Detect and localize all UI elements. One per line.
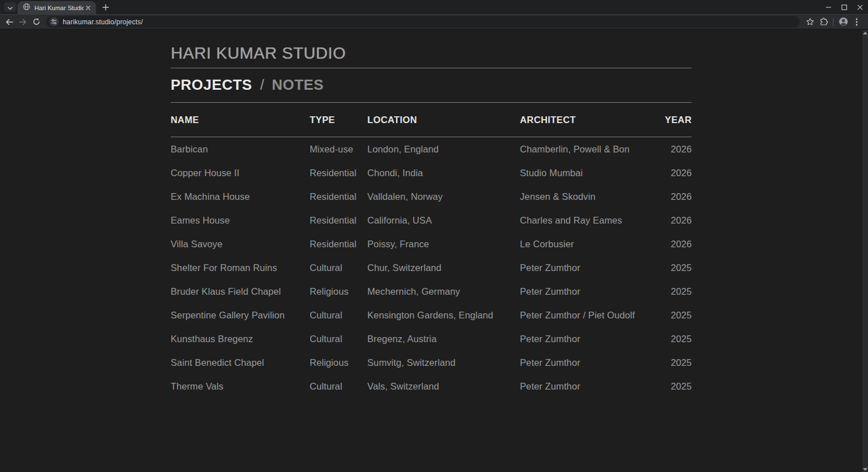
table-row[interactable]: Ex Machina House Residential Valldalen, …	[171, 185, 692, 208]
cell-type: Cultural	[310, 381, 367, 392]
cell-name: Eames House	[171, 215, 310, 226]
vertical-scrollbar[interactable]	[862, 30, 868, 472]
cell-year: 2025	[664, 381, 692, 392]
browser-tab-active[interactable]: Hari Kumar Studio	[18, 1, 96, 14]
cell-year: 2026	[664, 191, 692, 202]
cell-type: Cultural	[310, 310, 367, 321]
cell-type: Cultural	[310, 334, 367, 344]
cell-year: 2026	[664, 239, 692, 250]
cell-architect: Charles and Ray Eames	[520, 215, 664, 226]
table-row[interactable]: Barbican Mixed-use London, England Chamb…	[171, 137, 692, 161]
cell-type: Mixed-use	[310, 144, 367, 155]
reload-button[interactable]	[30, 16, 42, 28]
url-text: harikumar.studio/projects/	[63, 18, 143, 26]
cell-year: 2025	[664, 310, 692, 321]
cell-location: London, England	[367, 144, 520, 155]
cell-type: Religious	[310, 286, 367, 297]
cell-location: Kensington Gardens, England	[367, 310, 520, 321]
cell-location: Chondi, India	[367, 168, 520, 178]
cell-type: Religious	[310, 357, 367, 368]
window-close-button[interactable]	[852, 0, 868, 14]
cell-location: Vals, Switzerland	[367, 381, 520, 392]
toolbar-divider	[833, 18, 834, 26]
cell-location: California, USA	[367, 215, 520, 226]
cell-architect: Peter Zumthor	[520, 357, 664, 368]
cell-type: Residential	[310, 215, 367, 226]
back-button[interactable]	[3, 16, 15, 28]
table-row[interactable]: Kunsthaus Bregenz Cultural Bregenz, Aust…	[171, 327, 692, 351]
table-row[interactable]: Therme Vals Cultural Vals, Switzerland P…	[171, 374, 692, 398]
window-minimize-button[interactable]	[821, 0, 836, 14]
cell-name: Therme Vals	[171, 381, 310, 392]
site-info-icon[interactable]	[49, 17, 59, 27]
table-header-row: NAME TYPE LOCATION ARCHITECT YEAR	[171, 103, 692, 137]
nav-separator: /	[260, 76, 264, 94]
cell-location: Chur, Switzerland	[367, 263, 520, 273]
address-bar[interactable]: harikumar.studio/projects/	[46, 16, 800, 28]
cell-year: 2025	[664, 334, 692, 344]
cell-name: Barbican	[171, 144, 310, 155]
extensions-puzzle-button[interactable]	[817, 15, 830, 29]
cell-architect: Le Corbusier	[520, 239, 664, 250]
cell-name: Serpentine Gallery Pavilion	[171, 310, 310, 321]
cell-name: Copper House II	[171, 168, 310, 178]
cell-type: Residential	[310, 191, 367, 202]
cell-type: Residential	[310, 239, 367, 250]
browser-toolbar: harikumar.studio/projects/	[0, 14, 868, 29]
table-row[interactable]: Saint Benedict Chapel Religious Sumvitg,…	[171, 351, 692, 374]
column-header-location: LOCATION	[367, 115, 520, 125]
table-row[interactable]: Copper House II Residential Chondi, Indi…	[171, 161, 692, 185]
cell-architect: Peter Zumthor	[520, 381, 664, 392]
forward-button[interactable]	[16, 16, 29, 28]
cell-name: Saint Benedict Chapel	[171, 357, 310, 368]
globe-favicon-icon	[23, 3, 31, 13]
cell-name: Kunsthaus Bregenz	[171, 334, 310, 344]
cell-type: Cultural	[310, 263, 367, 273]
cell-location: Bregenz, Austria	[367, 334, 520, 344]
cell-year: 2025	[664, 263, 692, 273]
cell-location: Valldalen, Norway	[367, 191, 520, 202]
content-container: HARI KUMAR STUDIO PROJECTS / NOTES NAME …	[171, 30, 692, 398]
profile-avatar-button[interactable]	[836, 15, 850, 29]
page-title: HARI KUMAR STUDIO	[171, 44, 692, 63]
tab-search-button[interactable]	[4, 2, 16, 12]
cell-location: Sumvitg, Switzerland	[367, 357, 520, 368]
cell-architect: Peter Zumthor / Piet Oudolf	[520, 310, 664, 321]
tab-close-button[interactable]	[84, 3, 93, 12]
cell-architect: Peter Zumthor	[520, 334, 664, 344]
table-row[interactable]: Serpentine Gallery Pavilion Cultural Ken…	[171, 303, 692, 327]
scrollbar-down-arrow[interactable]	[862, 466, 868, 472]
window-maximize-button[interactable]	[836, 0, 852, 14]
cell-type: Residential	[310, 168, 367, 178]
cell-architect: Peter Zumthor	[520, 263, 664, 273]
cell-name: Shelter For Roman Ruins	[171, 263, 310, 273]
cell-year: 2026	[664, 168, 692, 178]
table-row[interactable]: Eames House Residential California, USA …	[171, 208, 692, 232]
nav-link-projects[interactable]: PROJECTS	[171, 76, 252, 94]
cell-architect: Studio Mumbai	[520, 168, 664, 178]
table-row[interactable]: Shelter For Roman Ruins Cultural Chur, S…	[171, 256, 692, 279]
page-nav: PROJECTS / NOTES	[171, 68, 692, 102]
bookmark-star-button[interactable]	[803, 15, 817, 29]
cell-name: Ex Machina House	[171, 191, 310, 202]
cell-name: Bruder Klaus Field Chapel	[171, 286, 310, 297]
page-viewport: HARI KUMAR STUDIO PROJECTS / NOTES NAME …	[0, 30, 868, 472]
column-header-type: TYPE	[310, 115, 367, 125]
window-controls	[821, 0, 868, 14]
cell-location: Poissy, France	[367, 239, 520, 250]
table-row[interactable]: Bruder Klaus Field Chapel Religious Mech…	[171, 279, 692, 303]
cell-name: Villa Savoye	[171, 239, 310, 250]
column-header-name: NAME	[171, 115, 310, 125]
new-tab-button[interactable]	[99, 1, 112, 14]
cell-architect: Peter Zumthor	[520, 286, 664, 297]
menu-kebab-button[interactable]	[850, 15, 863, 29]
cell-year: 2026	[664, 144, 692, 155]
table-row[interactable]: Villa Savoye Residential Poissy, France …	[171, 232, 692, 256]
cell-architect: Jensen & Skodvin	[520, 191, 664, 202]
chevron-down-icon	[7, 2, 13, 12]
nav-link-notes[interactable]: NOTES	[272, 76, 324, 94]
tab-title: Hari Kumar Studio	[34, 5, 84, 11]
cell-year: 2025	[664, 286, 692, 297]
scrollbar-up-arrow[interactable]	[862, 30, 868, 36]
column-header-year: YEAR	[664, 115, 692, 125]
